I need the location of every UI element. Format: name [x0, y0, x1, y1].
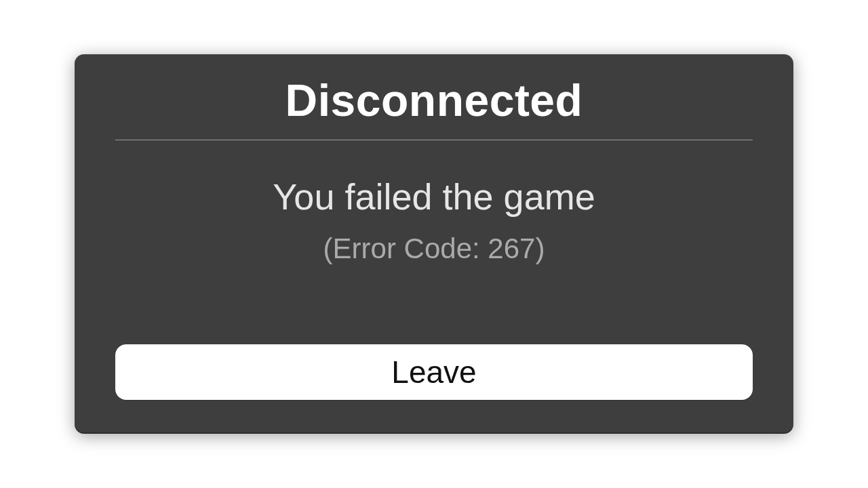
leave-button-label: Leave — [391, 354, 476, 390]
dialog-title: Disconnected — [285, 75, 583, 126]
leave-button[interactable]: Leave — [115, 344, 753, 400]
stage: Disconnected You failed the game (Error … — [0, 0, 868, 488]
error-code-text: (Error Code: 267) — [323, 232, 545, 265]
dialog-divider — [115, 140, 753, 140]
dialog-message: You failed the game — [273, 176, 595, 218]
disconnect-dialog: Disconnected You failed the game (Error … — [75, 54, 793, 434]
